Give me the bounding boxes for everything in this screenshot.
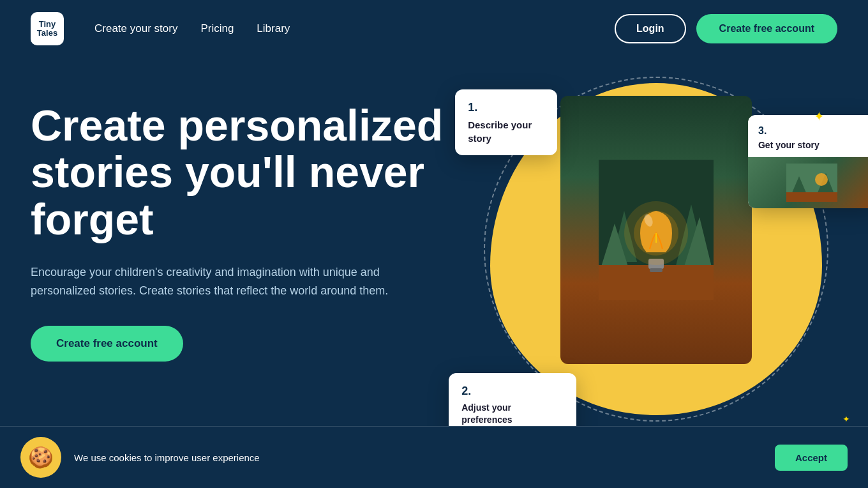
login-button[interactable]: Login: [615, 14, 686, 43]
cookie-banner: 🍪 We use cookies to improve user experie…: [0, 426, 868, 488]
logo-box: Tiny Tales: [31, 12, 64, 45]
nav-create-account-button[interactable]: Create free account: [696, 14, 837, 43]
nav-link-pricing[interactable]: Pricing: [200, 22, 234, 34]
step-3-card: 3. Get your story: [748, 115, 868, 208]
step-3-number: 3.: [758, 124, 865, 138]
svg-rect-7: [650, 268, 662, 272]
step-3-image: [748, 157, 868, 208]
hero-section: Create personalized stories you'll never…: [0, 57, 868, 488]
hero-title: Create personalized stories you'll never…: [31, 102, 474, 243]
accept-cookies-button[interactable]: Accept: [775, 445, 848, 471]
hero-subtitle: Encourage your children's creativity and…: [31, 263, 401, 300]
nav-left: Tiny Tales Create your story Pricing Lib…: [31, 12, 290, 45]
svg-point-16: [815, 173, 828, 186]
cookie-text: We use cookies to improve user experienc…: [74, 452, 762, 463]
step-1-number: 1.: [468, 100, 544, 116]
step-1-card: 1. Describe your story: [455, 89, 557, 155]
nav-item-library[interactable]: Library: [257, 22, 290, 35]
cookie-icon: 🍪: [20, 437, 61, 478]
step-3-header: 3. Get your story: [748, 115, 868, 157]
nav-link-create-story[interactable]: Create your story: [94, 22, 177, 34]
nav-item-pricing[interactable]: Pricing: [200, 22, 234, 35]
logo[interactable]: Tiny Tales: [31, 12, 64, 45]
step-2-number: 2.: [461, 383, 564, 399]
nav-links: Create your story Pricing Library: [94, 22, 290, 35]
sparkle-2: ✦: [842, 414, 850, 424]
nav-right: Login Create free account: [615, 14, 837, 43]
sparkle-1: ✦: [814, 109, 825, 124]
step-2-label: Adjust your preferences: [461, 402, 564, 427]
nav-link-library[interactable]: Library: [257, 22, 290, 34]
navigation: Tiny Tales Create your story Pricing Lib…: [0, 0, 868, 57]
step-3-label: Get your story: [758, 139, 865, 152]
svg-rect-15: [786, 192, 837, 202]
nav-item-create-story[interactable]: Create your story: [94, 22, 177, 35]
hero-left: Create personalized stories you'll never…: [31, 77, 474, 362]
step-1-label: Describe your story: [468, 118, 544, 145]
logo-text-inner: Tiny Tales: [33, 20, 61, 38]
illustration-center: [560, 96, 752, 364]
lightbulb-illustration: [599, 160, 714, 300]
hero-create-account-button[interactable]: Create free account: [31, 326, 183, 362]
